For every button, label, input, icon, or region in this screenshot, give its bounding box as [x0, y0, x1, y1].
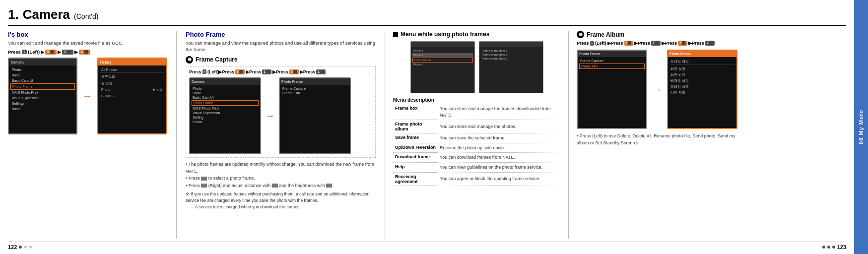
menu-screen-1: Photo 1 Photo 2 Photo Frame Photo 3: [410, 41, 475, 93]
page-title-number: 1.: [8, 7, 19, 22]
frame-capture-label: Frame Capture: [196, 56, 238, 63]
frame-album-label: Frame Album: [587, 31, 624, 38]
press-left-1: (Left): [28, 49, 40, 55]
screen-arrow-3: →: [652, 84, 662, 95]
key-nav-1: •: [22, 50, 27, 54]
table-row: Save frame You can save the selected fra…: [393, 133, 560, 143]
note-1: ※ If you use the updated frames without …: [186, 191, 376, 204]
table-row: Frame photo album You can store and mana…: [393, 120, 560, 133]
term-frame-photo: Frame photo album: [393, 120, 438, 133]
photo-frame-title: Photo Frame: [186, 31, 376, 38]
table-row: Download frame You can download frames f…: [393, 153, 560, 163]
term-updown: Up/Down reversion: [393, 143, 438, 153]
table-row: Frame box You can store and manage the f…: [393, 104, 560, 120]
menu-desc-title: Menu description: [393, 97, 560, 103]
desc-frame-box: You can store and manage the frames down…: [438, 104, 560, 120]
menu-table-title-text: Menu while using photo frames: [401, 31, 489, 38]
screen-arrow-1: →: [82, 90, 92, 102]
page-number-left: 122: [8, 244, 17, 250]
term-receiving: Receiving agreement: [393, 172, 438, 186]
arrow-2: ▶: [58, 50, 61, 55]
frame-capture-title: ❶ Frame Capture: [186, 56, 376, 64]
screen-arrow-2: →: [265, 110, 275, 122]
desc-download: You can download frames from NATE.: [438, 153, 560, 163]
page-left: 122: [8, 244, 32, 250]
ibox-press-row: Press • (Left) ▶ 5 ⬛ ▶ 1 ⬛ ▶ 4 ⬛: [8, 49, 167, 55]
frame-capture-screens: Camera Photo Basic Basic Cam UI Photo Fr…: [189, 77, 372, 154]
dot-l-1: [19, 246, 22, 249]
dot-l-3: [29, 246, 32, 249]
album-screen-2: Photo Frame 프레임 앨범 화면 설정 화면 밝기 배경음 설정 프레…: [667, 50, 737, 129]
arrow-1: ▶: [41, 50, 44, 55]
page-title-contd: (Cont'd): [74, 12, 98, 20]
frame-capture-border: Press • (Left)▶Press 5⬛ ▶Press 1⬛ ▶Press…: [186, 66, 376, 158]
menu-screenshots: Photo 1 Photo 2 Photo Frame Photo 3 Fram…: [393, 41, 560, 93]
album-note: • Press (Left) to use Delete, Delete all…: [577, 133, 737, 146]
table-row: Help You can view guidelines on the phot…: [393, 162, 560, 172]
menu-screen-2: Frame menu item 1 Frame menu item 2 Fram…: [479, 41, 543, 93]
screen-1: Camera Photo Basic Basic Cam UI Photo Fr…: [8, 58, 77, 134]
note-2: － A service fee is charged when you down…: [186, 204, 376, 210]
album-screens: Photo Frame Frame Capture Frame Film → P…: [577, 50, 737, 129]
ibox-desc: You can edit and manage the saved movie …: [8, 40, 167, 46]
dot-r-3: [832, 246, 835, 249]
table-row: Up/Down reversion Reverse the photo up s…: [393, 143, 560, 153]
page-title-text: Camera: [23, 7, 70, 22]
dot-l-2: [24, 246, 27, 249]
menu-description-table: Frame box You can store and manage the f…: [393, 104, 560, 186]
term-save-frame: Save frame: [393, 133, 438, 143]
key-1a: 1 ⬛: [62, 50, 73, 55]
note-section: ※ If you use the updated frames without …: [186, 191, 376, 210]
ibox-screens: Camera Photo Basic Basic Cam UI Photo Fr…: [8, 58, 167, 134]
ibox-section: i's box You can edit and manage the save…: [8, 31, 177, 239]
frame-capture-press: Press • (Left)▶Press 5⬛ ▶Press 1⬛ ▶Press…: [189, 69, 372, 74]
page-number-right: 123: [837, 244, 846, 250]
page-right: 123: [822, 244, 846, 250]
term-download: Download frame: [393, 153, 438, 163]
square-bullet: [393, 32, 398, 37]
dot-r-2: [827, 246, 830, 249]
bullet-3: • Press (Right) and adjust distance with…: [186, 182, 376, 189]
desc-help: You can view guidelines on the photo fra…: [438, 162, 560, 172]
album-screen-1: Photo Frame Frame Capture Frame Film: [577, 50, 647, 129]
sidebar-label: 08 My Moto: [858, 110, 864, 144]
bottom-bar: 122 123: [8, 242, 846, 250]
table-row: Receiving agreement You can agree or blo…: [393, 172, 560, 186]
frame-screen-2: Photo Frame Frame Capture Frame Film: [279, 77, 351, 154]
desc-save-frame: You can save the selected frame.: [438, 133, 560, 143]
bullet-1: • The photo frames are updated monthly w…: [186, 161, 376, 175]
page-header: 1. Camera (Cont'd): [8, 7, 846, 26]
menu-table-section: Menu while using photo frames Photo 1 Ph…: [385, 31, 569, 239]
photo-frame-section: Photo Frame You can manage and view the …: [177, 31, 385, 239]
arrow-3: ▶: [74, 50, 78, 55]
menu-table-title: Menu while using photo frames: [393, 31, 560, 38]
screen-2: i's box All Photos 분류없음 분 모음 Photo▶ 모음 B…: [97, 58, 167, 134]
frame-album-press: Press • (Left) ▶Press 5⬛ ▶Press 1⬛ ▶Pres…: [577, 41, 737, 46]
photo-frame-desc: You can manage and view the captured pho…: [186, 40, 376, 53]
desc-receiving: You can agree or block the updating fram…: [438, 172, 560, 186]
dot-r-1: [822, 246, 825, 249]
bullets: • The photo frames are updated monthly w…: [186, 161, 376, 190]
frame-album-title: ❷ Frame Album: [577, 31, 737, 38]
ibox-title: i's box: [8, 31, 167, 38]
circle-2: ❷: [577, 31, 584, 38]
circle-1: ❶: [186, 56, 193, 64]
desc-updown: Reverse the photo up side down.: [438, 143, 560, 153]
press-label-1: Press: [8, 49, 21, 55]
sidebar-tab: 08 My Moto: [854, 0, 868, 254]
term-help: Help: [393, 162, 438, 172]
bullet-2: • Press to select a photo frame.: [186, 175, 376, 182]
key-4a: 4 ⬛: [79, 50, 90, 55]
frame-screen-1: Camera Photo Basic Basic Cam UI Photo Fr…: [189, 77, 261, 154]
desc-frame-photo: You can store and manage the photos.: [438, 120, 560, 133]
key-5a: 5 ⬛: [45, 50, 57, 55]
frame-album-section: ❷ Frame Album Press • (Left) ▶Press 5⬛ ▶…: [569, 31, 737, 239]
term-frame-box: Frame box: [393, 104, 438, 120]
